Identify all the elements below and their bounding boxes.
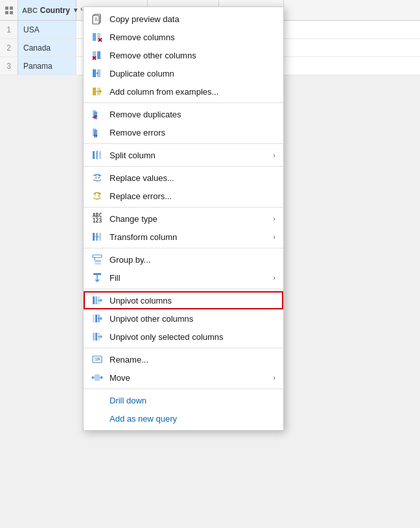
- svg-rect-26: [94, 130, 97, 138]
- remove-duplicates-icon: [90, 108, 104, 120]
- svg-rect-35: [93, 233, 95, 241]
- menu-item-duplicate-column[interactable]: Duplicate column: [84, 64, 283, 82]
- menu-separator-6: [84, 289, 283, 289]
- fill-icon: [90, 272, 104, 283]
- svg-rect-18: [93, 88, 96, 95]
- menu-item-move[interactable]: Move ›: [84, 368, 283, 387]
- replace-errors-icon: ! 2: [90, 190, 104, 202]
- menu-separator-8: [84, 389, 283, 389]
- menu-item-split-column[interactable]: Split column ›: [84, 146, 283, 164]
- svg-rect-28: [96, 151, 98, 159]
- replace-values-icon: 1 2: [90, 172, 104, 184]
- menu-item-replace-errors[interactable]: ! 2 Replace errors...: [84, 187, 283, 205]
- remove-errors-label: Remove errors: [110, 128, 275, 138]
- split-column-arrow: ›: [273, 151, 275, 159]
- svg-rect-38: [93, 255, 102, 258]
- menu-item-remove-other-columns[interactable]: Remove other columns: [84, 46, 283, 64]
- unpivot-columns-icon: [90, 294, 104, 306]
- menu-separator-5: [84, 248, 283, 248]
- remove-other-columns-icon: [90, 49, 104, 61]
- menu-item-unpivot-columns[interactable]: Unpivot columns: [84, 291, 283, 309]
- rename-label: Rename...: [110, 355, 275, 365]
- cell-country-3: Panama: [18, 57, 76, 75]
- split-column-icon: [90, 149, 104, 161]
- menu-separator-2: [84, 143, 283, 144]
- transform-column-arrow: ›: [273, 233, 275, 241]
- unpivot-other-columns-label: Unpivot other columns: [110, 314, 275, 324]
- menu-item-copy-preview[interactable]: Copy preview data: [84, 10, 283, 28]
- menu-item-add-col-examples[interactable]: Add column from examples...: [84, 82, 283, 101]
- remove-columns-label: Remove columns: [110, 32, 275, 42]
- move-arrow: ›: [273, 374, 275, 381]
- row-num-3: 3: [0, 57, 18, 75]
- svg-rect-44: [95, 296, 97, 304]
- svg-rect-41: [95, 263, 101, 265]
- duplicate-column-icon: [90, 67, 104, 79]
- drill-down-icon: [90, 394, 104, 406]
- remove-duplicates-label: Remove duplicates: [110, 110, 275, 119]
- svg-rect-47: [93, 315, 95, 322]
- svg-rect-2: [5, 11, 8, 14]
- remove-columns-icon: [90, 31, 104, 43]
- cell-country-2: Canada: [18, 39, 76, 56]
- replace-errors-label: Replace errors...: [110, 191, 275, 201]
- svg-text:!: !: [95, 193, 96, 197]
- menu-item-add-new-query[interactable]: Add as new query: [84, 409, 283, 427]
- row-num-header: [0, 0, 18, 20]
- col-type-icon-country: ABC: [22, 6, 38, 14]
- unpivot-other-columns-icon: [90, 313, 104, 324]
- menu-item-fill[interactable]: Fill ›: [84, 269, 283, 287]
- add-col-examples-icon: [90, 86, 104, 97]
- svg-rect-27: [93, 151, 95, 159]
- add-col-examples-label: Add column from examples...: [110, 87, 275, 97]
- menu-item-transform-column[interactable]: Transform column ›: [84, 228, 283, 246]
- transform-column-icon: [90, 231, 104, 243]
- svg-rect-43: [93, 296, 95, 304]
- svg-rect-13: [97, 51, 100, 59]
- svg-rect-3: [10, 11, 13, 14]
- move-label: Move: [110, 373, 273, 383]
- context-menu: Copy preview data Remove columns Remove …: [83, 6, 284, 431]
- svg-rect-1: [10, 6, 13, 10]
- replace-values-label: Replace values...: [110, 173, 275, 183]
- svg-rect-8: [93, 33, 96, 41]
- copy-preview-label: Copy preview data: [110, 14, 275, 24]
- group-by-label: Group by...: [110, 255, 275, 265]
- change-type-icon: ABC 123: [90, 213, 104, 224]
- menu-item-group-by[interactable]: Group by...: [84, 250, 283, 269]
- transform-column-label: Transform column: [110, 232, 273, 242]
- svg-rect-42: [93, 273, 101, 275]
- row-num-1: 1: [0, 21, 18, 38]
- drill-down-label: Drill down: [110, 396, 275, 405]
- menu-separator-4: [84, 207, 283, 208]
- menu-item-replace-values[interactable]: 1 2 Replace values...: [84, 169, 283, 187]
- svg-text:2: 2: [98, 193, 100, 197]
- menu-item-unpivot-other-columns[interactable]: Unpivot other columns: [84, 309, 283, 328]
- menu-item-unpivot-selected-columns[interactable]: Unpivot only selected columns: [84, 328, 283, 346]
- menu-item-rename[interactable]: Rename...: [84, 350, 283, 368]
- fill-arrow: ›: [273, 274, 275, 282]
- svg-rect-40: [95, 260, 101, 262]
- menu-item-change-type[interactable]: ABC 123 Change type ›: [84, 210, 283, 228]
- unpivot-selected-columns-icon: [90, 331, 104, 342]
- menu-item-remove-errors[interactable]: Remove errors: [84, 123, 283, 141]
- svg-rect-22: [94, 112, 97, 119]
- cell-country-1: USA: [18, 21, 76, 38]
- unpivot-selected-columns-label: Unpivot only selected columns: [110, 332, 275, 342]
- menu-item-remove-duplicates[interactable]: Remove duplicates: [84, 105, 283, 123]
- svg-rect-16: [93, 69, 96, 77]
- group-by-icon: [90, 254, 104, 265]
- svg-text:2: 2: [98, 174, 100, 179]
- svg-rect-29: [99, 151, 101, 159]
- col-label-country: Country: [40, 6, 70, 15]
- col-header-country[interactable]: ABC Country ▼: [18, 0, 76, 20]
- svg-rect-37: [99, 233, 101, 241]
- menu-separator-3: [84, 166, 283, 167]
- menu-item-remove-columns[interactable]: Remove columns: [84, 28, 283, 46]
- svg-rect-59: [95, 374, 100, 381]
- add-new-query-icon: [90, 413, 104, 424]
- svg-text:1: 1: [95, 174, 97, 179]
- menu-separator-1: [84, 102, 283, 103]
- svg-rect-51: [93, 333, 95, 341]
- menu-item-drill-down[interactable]: Drill down: [84, 391, 283, 409]
